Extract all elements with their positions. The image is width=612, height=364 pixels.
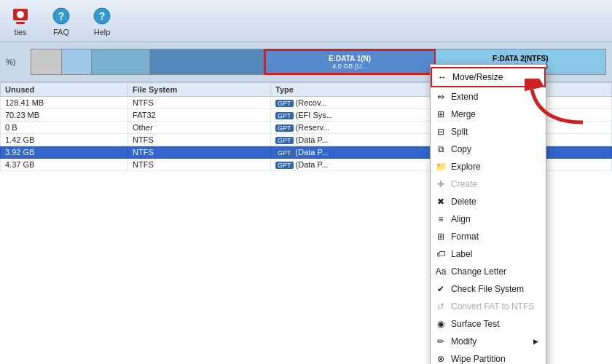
menu-item-label: Change Letter	[451, 266, 538, 277]
menu-item-check[interactable]: ✔Check File System	[431, 280, 546, 298]
menu-item-label: Move/Resize	[452, 72, 537, 82]
disk-seg-selected[interactable]: E:DATA 1(N) 4.0 GB (U...	[264, 50, 435, 74]
col-header-unused: Unused	[1, 83, 128, 97]
col-header-type: Type	[271, 83, 448, 97]
wipe-icon: ⊗	[435, 353, 447, 364]
menu-item-label: Create	[451, 179, 538, 189]
toolbar-properties-label: ties	[14, 28, 26, 36]
copy-icon: ⧉	[435, 143, 447, 155]
disk-seg-efi[interactable]	[62, 50, 93, 74]
split-icon: ⊟	[435, 126, 447, 138]
toolbar-item-properties[interactable]: ties	[6, 4, 35, 38]
menu-item-modify[interactable]: ✏Modify	[431, 333, 546, 350]
menu-item-split[interactable]: ⊟Split	[431, 123, 546, 141]
label-icon: 🏷	[435, 248, 447, 260]
menu-item-merge[interactable]: ⊞Merge	[431, 106, 546, 123]
menu-item-label: Check File System	[451, 284, 538, 294]
surface-icon: ◉	[435, 318, 447, 330]
menu-item-label: Copy	[451, 144, 538, 154]
disk-bar-label: %)	[6, 58, 28, 66]
menu-item-convert: ↺Convert FAT to NTFS	[431, 298, 546, 315]
menu-item-label: Label	[451, 249, 538, 259]
delete-icon: ✖	[435, 196, 447, 207]
svg-text:?: ?	[58, 10, 65, 22]
menu-item-align[interactable]: ≡Align	[431, 210, 546, 228]
svg-text:?: ?	[99, 10, 106, 22]
explore-icon: 📁	[435, 161, 447, 173]
toolbar-help-label: Help	[94, 28, 111, 36]
toolbar: ties ? FAQ ? Help	[0, 0, 612, 42]
convert-icon: ↺	[435, 301, 447, 312]
menu-item-copy[interactable]: ⧉Copy	[431, 141, 546, 158]
menu-item-explore[interactable]: 📁Explore	[431, 158, 546, 175]
menu-item-label: Split	[451, 127, 538, 137]
menu-item-label: Surface Test	[451, 319, 538, 329]
toolbar-faq-label: FAQ	[53, 28, 69, 36]
create-icon: ✚	[435, 178, 447, 190]
menu-item-delete[interactable]: ✖Delete	[431, 193, 546, 210]
disk-seg-system[interactable]	[92, 50, 150, 74]
toolbar-item-help[interactable]: ? Help	[87, 4, 117, 38]
move-icon: ↔	[436, 71, 448, 83]
letter-icon: Aa	[435, 266, 447, 277]
svg-point-1	[17, 11, 24, 18]
menu-item-move[interactable]: ↔Move/Resize	[431, 67, 546, 87]
menu-item-label: Merge	[451, 109, 538, 119]
context-menu: ↔Move/Resize⇔Extend⊞Merge⊟Split⧉Copy📁Exp…	[430, 64, 546, 364]
faq-icon: ?	[51, 6, 71, 26]
menu-item-create: ✚Create	[431, 175, 546, 193]
menu-item-label: Format	[451, 232, 538, 242]
menu-item-letter[interactable]: AaChange Letter	[431, 263, 546, 280]
menu-item-label: Modify	[451, 336, 529, 347]
disk-seg-data1[interactable]	[150, 50, 264, 74]
menu-item-extend[interactable]: ⇔Extend	[431, 88, 546, 106]
menu-item-format[interactable]: ⊞Format	[431, 228, 546, 245]
help-icon: ?	[92, 6, 112, 26]
toolbar-item-faq[interactable]: ? FAQ	[47, 4, 76, 38]
properties-icon	[10, 6, 31, 26]
extend-icon: ⇔	[435, 91, 447, 103]
menu-item-label: Extend	[451, 92, 538, 102]
menu-item-wipe[interactable]: ⊗Wipe Partition	[431, 350, 546, 364]
align-icon: ≡	[435, 213, 447, 225]
menu-item-label: Explore	[451, 162, 538, 172]
menu-item-label: Align	[451, 214, 538, 224]
disk-seg-unallocated[interactable]	[31, 50, 62, 74]
modify-icon: ✏	[435, 336, 447, 347]
menu-item-label: Wipe Partition	[451, 354, 538, 364]
check-icon: ✔	[435, 283, 447, 295]
menu-item-label[interactable]: 🏷Label	[431, 245, 546, 263]
format-icon: ⊞	[435, 231, 447, 242]
menu-item-label: Delete	[451, 197, 538, 207]
col-header-filesystem: File System	[128, 83, 271, 97]
merge-icon: ⊞	[435, 108, 447, 120]
menu-item-label: Convert FAT to NTFS	[451, 301, 538, 312]
menu-item-surface[interactable]: ◉Surface Test	[431, 315, 546, 333]
svg-rect-2	[16, 22, 25, 24]
